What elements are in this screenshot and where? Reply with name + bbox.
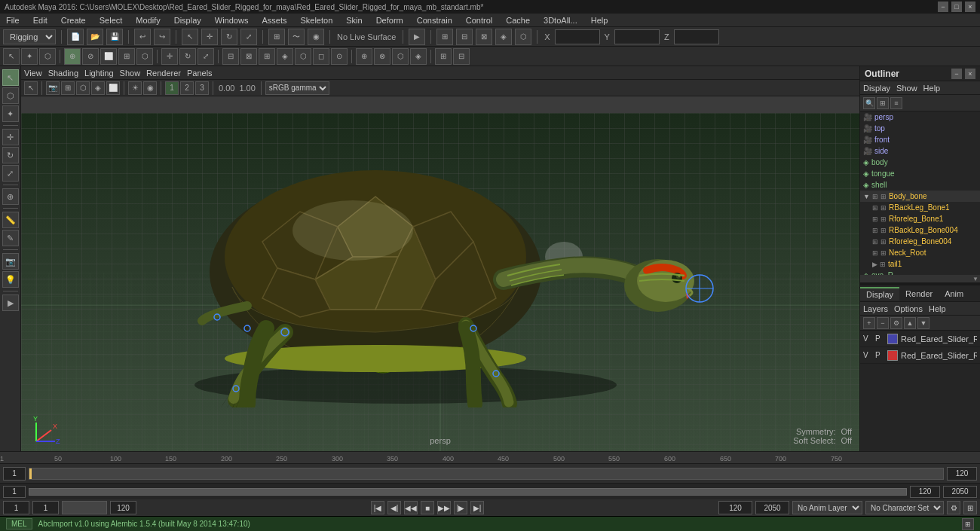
vp-select-btn[interactable]: ↖: [24, 81, 38, 95]
layer-item-1[interactable]: V P Red_Eared_Slider_Rigg: [860, 331, 980, 347]
vp-res3[interactable]: 3: [195, 81, 209, 95]
mirror-btn[interactable]: ⊟: [222, 48, 239, 65]
menu-help[interactable]: Help: [588, 15, 611, 26]
snap-curve[interactable]: 〜: [288, 29, 305, 45]
tab-display[interactable]: Display: [860, 287, 899, 301]
select-mode-btn[interactable]: ↖: [2, 69, 19, 86]
show-menu[interactable]: Show: [120, 69, 141, 78]
move-tool[interactable]: ✛: [201, 29, 218, 45]
vp-smooth-btn[interactable]: ◈: [91, 81, 105, 95]
preferences-btn[interactable]: ⚙: [947, 501, 960, 514]
new-file-button[interactable]: 📄: [67, 29, 84, 45]
outliner-sort-btn[interactable]: ≡: [890, 97, 902, 109]
vp-cam-btn[interactable]: 📷: [46, 81, 60, 95]
outliner-close-btn[interactable]: ×: [965, 69, 975, 79]
edge-btn[interactable]: ⊘: [82, 48, 99, 65]
outliner-content[interactable]: 🎥 persp 🎥 top 🎥 front 🎥 side: [860, 111, 980, 275]
outliner-item-body-bone[interactable]: ▼ ⊞ ⊞ Body_bone: [860, 191, 980, 202]
outliner-menu-show[interactable]: Show: [896, 84, 917, 93]
snap-point[interactable]: ◉: [308, 29, 324, 45]
outliner-item-top[interactable]: 🎥 top: [860, 123, 980, 134]
layer-item-2[interactable]: V P Red_Eared_Slider_Rigg: [860, 347, 980, 364]
undo-button[interactable]: ↩: [134, 29, 151, 45]
layer-down-btn[interactable]: ▼: [917, 317, 929, 329]
renderer-menu[interactable]: Renderer: [146, 69, 181, 78]
y-coord-input[interactable]: [614, 29, 660, 44]
menu-skin[interactable]: Skin: [343, 15, 365, 26]
range-slider[interactable]: [29, 488, 907, 496]
layer-v-1[interactable]: V: [863, 334, 872, 343]
outliner-search-btn[interactable]: 🔍: [863, 97, 875, 109]
rotate-mode-btn[interactable]: ↻: [2, 147, 19, 163]
parent-btn[interactable]: ⊟: [453, 48, 470, 65]
outliner-item-front[interactable]: 🎥 front: [860, 134, 980, 145]
paint-btn[interactable]: ✦: [21, 48, 38, 65]
menu-windows[interactable]: Windows: [212, 15, 252, 26]
range-start-input[interactable]: [3, 486, 26, 498]
outliner-item-rbackleg004[interactable]: ⊞ ⊞ RBackLeg_Bone004: [860, 224, 980, 236]
icon2[interactable]: ⊟: [456, 29, 473, 45]
outliner-item-shell[interactable]: ◈ shell: [860, 179, 980, 191]
gamma-select[interactable]: sRGB gamma: [265, 81, 329, 95]
measure-btn[interactable]: 📏: [2, 212, 19, 228]
layer-p-1[interactable]: P: [875, 334, 884, 343]
anim-settings-btn[interactable]: ⊞: [963, 501, 977, 514]
light-btn[interactable]: 💡: [2, 271, 19, 288]
rotate-tool[interactable]: ↻: [221, 29, 237, 45]
stop-btn[interactable]: ■: [421, 501, 434, 514]
move2-btn[interactable]: ✛: [161, 48, 178, 65]
z-coord-input[interactable]: [674, 29, 719, 44]
outliner-item-body[interactable]: ◈ body: [860, 157, 980, 168]
constraint-btn[interactable]: ⊞: [435, 48, 452, 65]
layer-color-2[interactable]: [887, 350, 898, 361]
menu-display[interactable]: Display: [171, 15, 204, 26]
play-fwd-btn[interactable]: ▶▶: [437, 501, 451, 514]
menu-select[interactable]: Select: [96, 15, 126, 26]
range-total-input[interactable]: [943, 486, 977, 498]
viewport-canvas[interactable]: X Y Z persp Symmetry: Off: [21, 113, 859, 451]
vp-tex-btn[interactable]: ⬜: [106, 81, 120, 95]
outliner-item-persp[interactable]: 🎥 persp: [860, 111, 980, 123]
menu-constrain[interactable]: Constrain: [414, 15, 455, 26]
select-tool[interactable]: ↖: [182, 29, 198, 45]
vp-shadow-btn[interactable]: ☀: [128, 81, 142, 95]
anim-layer-select[interactable]: No Anim Layer: [792, 501, 862, 514]
play-back-btn[interactable]: ◀◀: [404, 501, 418, 514]
redo-button[interactable]: ↪: [154, 29, 170, 45]
total-ctrl-input[interactable]: [755, 501, 789, 514]
layer-color-1[interactable]: [887, 334, 898, 344]
tab-anim[interactable]: Anim: [939, 288, 969, 300]
layer-list[interactable]: V P Red_Eared_Slider_Rigg V P Red_Eared_…: [860, 331, 980, 451]
snap-grid[interactable]: ⊞: [268, 29, 285, 45]
scale2-btn[interactable]: ⤢: [198, 48, 214, 65]
menu-file[interactable]: File: [3, 15, 23, 26]
outliner-menu-display[interactable]: Display: [863, 84, 890, 93]
range-end-input[interactable]: [910, 486, 940, 498]
current-frame-input[interactable]: [3, 467, 26, 481]
frame-end-ctrl[interactable]: [110, 501, 136, 514]
vp-grid-btn[interactable]: ⊞: [61, 81, 75, 95]
view-menu[interactable]: View: [24, 69, 42, 78]
outliner-item-eye-r[interactable]: ◈ eye_R: [860, 270, 980, 275]
outliner-item-neck-root[interactable]: ⊞ ⊞ Neck_Root: [860, 247, 980, 258]
channel-menu-layers[interactable]: Layers: [863, 304, 888, 313]
outliner-menu-help[interactable]: Help: [923, 84, 941, 93]
outliner-item-side[interactable]: 🎥 side: [860, 145, 980, 157]
camera-btn[interactable]: 📷: [2, 253, 19, 270]
frame-current-ctrl[interactable]: [32, 501, 59, 514]
tab-render[interactable]: Render: [899, 288, 939, 300]
panels-menu[interactable]: Panels: [187, 69, 213, 78]
vp-ao-btn[interactable]: ◉: [143, 81, 157, 95]
layer-up-btn[interactable]: ▲: [904, 317, 916, 329]
end-frame-input[interactable]: [947, 467, 977, 481]
lasso-btn[interactable]: ⬡: [39, 48, 56, 65]
outliner-item-rfore1[interactable]: ⊞ ⊞ Rforeleg_Bone1: [860, 213, 980, 224]
ik-btn[interactable]: ⊗: [374, 48, 390, 65]
vp-res2[interactable]: 2: [180, 81, 194, 95]
annotate-btn[interactable]: ✎: [2, 230, 19, 246]
step-fwd-btn[interactable]: |▶: [454, 501, 467, 514]
combine-btn[interactable]: ◈: [277, 48, 293, 65]
icon4[interactable]: ◈: [495, 29, 512, 45]
open-file-button[interactable]: 📂: [87, 29, 103, 45]
minimize-button[interactable]: −: [938, 2, 948, 12]
